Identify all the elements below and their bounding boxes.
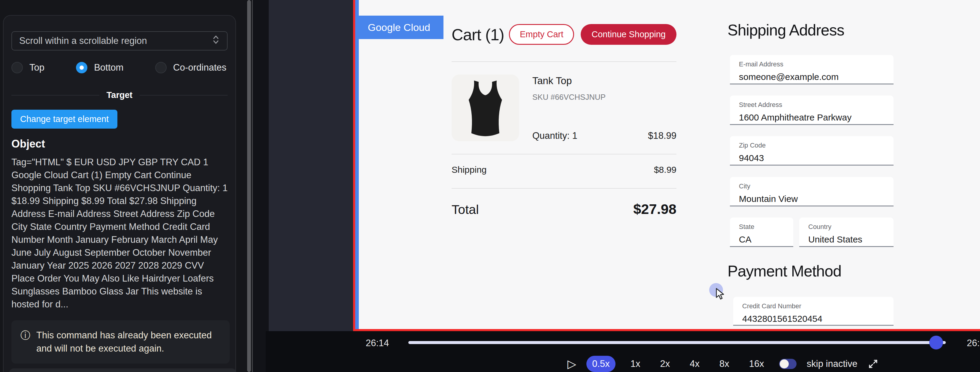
- timeline-slider[interactable]: [408, 341, 946, 344]
- player-controls: ▷ 0.5x 1x 2x 4x 8x 16x skip inactive: [568, 356, 878, 372]
- country-field[interactable]: Country United States: [799, 217, 894, 247]
- replay-cursor-icon: [715, 288, 727, 302]
- product-image-tank-top: [452, 75, 519, 141]
- radio-coordinates-label: Co-ordinates: [173, 62, 226, 73]
- replay-border-bottom: [353, 329, 980, 331]
- skip-inactive-toggle[interactable]: [779, 359, 797, 369]
- google-cloud-badge: Google Cloud: [359, 16, 444, 39]
- city-field-value: Mountain View: [739, 194, 885, 204]
- fullscreen-icon[interactable]: [868, 358, 878, 369]
- target-section-label: Target: [107, 90, 132, 100]
- cart-header: Cart (1) Empty Cart Continue Shopping: [452, 24, 676, 45]
- command-type-value: Scroll within a scrollable region: [19, 35, 212, 46]
- radio-top-label: Top: [29, 62, 45, 73]
- state-field[interactable]: State CA: [730, 217, 793, 247]
- sidebar-scrollbar-edge: [252, 0, 253, 372]
- city-field[interactable]: City Mountain View: [730, 177, 894, 206]
- speed-2x-button[interactable]: 2x: [655, 356, 675, 372]
- skip-inactive-label: skip inactive: [807, 358, 858, 369]
- speed-8x-button[interactable]: 8x: [714, 356, 734, 372]
- select-updown-icon: [212, 34, 220, 48]
- object-text: Tag="HTML" $ EUR USD JPY GBP TRY CAD 1 G…: [11, 156, 230, 311]
- panel-gutter: [253, 0, 269, 372]
- divider: [452, 188, 676, 189]
- sidebar-scrollbar-thumb[interactable]: [247, 0, 251, 372]
- playback-bar: 26:14 26:1 ▷ 0.5x 1x 2x 4x 8x 16x skip i…: [266, 331, 980, 372]
- replayed-webpage: Google Cloud Cart (1) Empty Cart Continu…: [359, 0, 980, 329]
- card-field-value: 4432801561520454: [742, 314, 885, 324]
- divider: [452, 61, 676, 62]
- email-field-value: someone@example.com: [739, 72, 885, 82]
- zip-field-label: Zip Code: [739, 142, 885, 149]
- total-row: Total $27.98: [452, 201, 676, 217]
- cart-item-row: Tank Top SKU #66VCHSJNUP Quantity: 1 $18…: [452, 75, 676, 141]
- current-time: 26:14: [366, 338, 389, 348]
- divider: [452, 154, 676, 155]
- product-name: Tank Top: [532, 75, 676, 86]
- divider-line: [11, 95, 99, 96]
- shipping-value: $8.99: [654, 164, 676, 175]
- play-button[interactable]: ▷: [568, 358, 576, 370]
- street-field-value: 1600 Amphitheatre Parkway: [739, 112, 885, 123]
- info-icon: ⓘ: [21, 329, 30, 342]
- cart-item-details: Tank Top SKU #66VCHSJNUP Quantity: 1 $18…: [532, 75, 676, 141]
- payment-method-heading: Payment Method: [727, 262, 841, 280]
- credit-card-number-field[interactable]: Credit Card Number 4432801561520454: [733, 297, 894, 326]
- total-label: Total: [452, 202, 479, 217]
- product-price: $18.99: [648, 131, 676, 141]
- speed-1x-button[interactable]: 1x: [626, 356, 645, 372]
- change-target-button[interactable]: Change target element: [11, 110, 118, 129]
- command-sidebar: Scroll within a scrollable region Top Bo…: [0, 0, 247, 372]
- timeline-thumb[interactable]: [929, 336, 943, 350]
- shipping-cost-row: Shipping $8.99: [452, 164, 676, 175]
- command-detail-panel: Scroll within a scrollable region Top Bo…: [3, 15, 236, 372]
- street-field-label: Street Address: [739, 101, 885, 109]
- radio-bottom[interactable]: Bottom: [76, 62, 123, 73]
- speed-4x-button[interactable]: 4x: [685, 356, 705, 372]
- toggle-knob: [780, 359, 789, 369]
- replay-border-left: [353, 0, 355, 331]
- scroll-anchor-radio-group: Top Bottom Co-ordinates: [11, 62, 228, 73]
- radio-coordinates-dot[interactable]: [155, 62, 167, 73]
- end-time: 26:1: [967, 338, 980, 348]
- product-quantity: Quantity: 1: [532, 131, 578, 141]
- sidebar-scrollbar[interactable]: [247, 0, 253, 372]
- empty-cart-button[interactable]: Empty Cart: [509, 24, 574, 45]
- target-section-divider: Target: [11, 90, 228, 100]
- email-field[interactable]: E-mail Address someone@example.com: [730, 55, 894, 85]
- shipping-address-heading: Shipping Address: [727, 21, 844, 39]
- state-field-value: CA: [739, 235, 784, 244]
- country-field-value: United States: [808, 235, 885, 244]
- city-field-label: City: [739, 182, 885, 190]
- zip-field-value: 94043: [739, 153, 885, 163]
- notice-text: This command has already been executed a…: [36, 329, 221, 355]
- speed-16x-button[interactable]: 16x: [744, 356, 769, 372]
- state-field-label: State: [739, 223, 784, 231]
- zip-code-field[interactable]: Zip Code 94043: [730, 136, 894, 166]
- radio-top-dot[interactable]: [11, 62, 23, 73]
- radio-bottom-dot[interactable]: [76, 62, 88, 73]
- radio-top[interactable]: Top: [11, 62, 45, 73]
- next-command-panel-edge: [9, 369, 237, 372]
- speed-0.5x-button[interactable]: 0.5x: [586, 356, 616, 372]
- divider-line: [140, 95, 228, 96]
- radio-bottom-label: Bottom: [94, 62, 123, 73]
- cart-title: Cart (1): [452, 25, 504, 44]
- total-value: $27.98: [633, 201, 676, 217]
- command-type-select[interactable]: Scroll within a scrollable region: [11, 31, 228, 51]
- email-field-label: E-mail Address: [739, 61, 885, 68]
- page-left-rail: [355, 0, 359, 329]
- radio-coordinates[interactable]: Co-ordinates: [155, 62, 226, 73]
- product-sku: SKU #66VCHSJNUP: [532, 93, 676, 102]
- card-field-label: Credit Card Number: [742, 302, 885, 310]
- continue-shopping-button[interactable]: Continue Shopping: [581, 24, 676, 45]
- country-field-label: Country: [808, 223, 885, 231]
- already-executed-notice: ⓘ This command has already been executed…: [11, 320, 230, 364]
- street-address-field[interactable]: Street Address 1600 Amphitheatre Parkway: [730, 96, 894, 125]
- shipping-label: Shipping: [452, 164, 487, 175]
- object-heading: Object: [11, 137, 228, 150]
